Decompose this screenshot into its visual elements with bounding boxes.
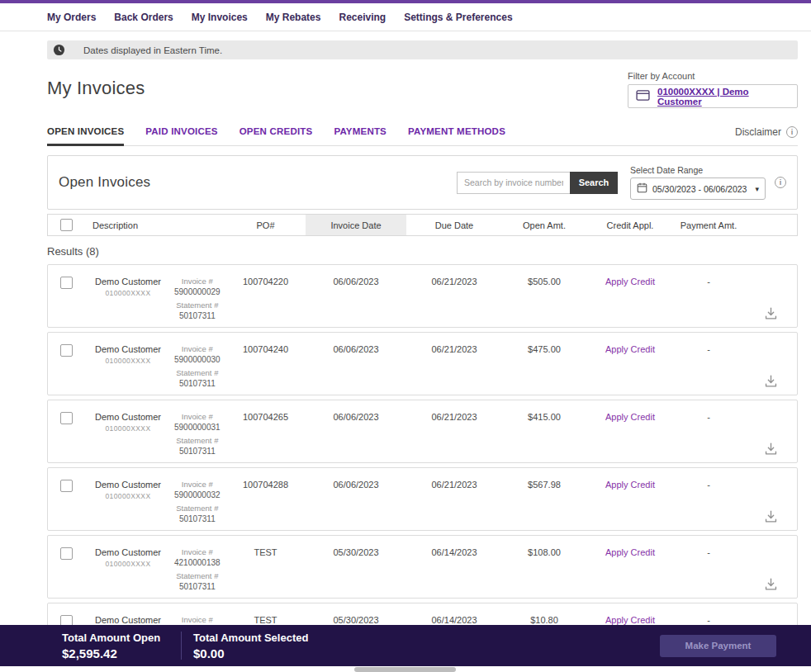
row-checkbox[interactable] [60,277,73,289]
due-date: 06/21/2023 [406,480,502,490]
invoice-number-label: Invoice # [174,277,221,286]
row-checkbox[interactable] [60,412,73,424]
open-amount: $415.00 [502,412,586,422]
po-number: 100704240 [225,344,306,354]
invoice-number: 5900000030 [174,355,221,364]
column-header-due-date[interactable]: Due Date [406,220,502,230]
customer-block: Demo Customer 010000XXXX [85,547,168,595]
disclaimer-info-icon[interactable]: i [786,126,798,138]
invoice-rows: Demo Customer 010000XXXX Invoice # 59000… [47,264,798,666]
po-number: 100704220 [225,277,306,286]
invoice-number: 4210000138 [174,558,221,567]
download-icon[interactable] [763,576,779,592]
payment-amount: - [674,615,743,625]
tab-paid-invoices[interactable]: PAID INVOICES [145,126,217,146]
disclaimer-label: Disclaimer [735,126,781,138]
search-button[interactable]: Search [570,172,618,194]
customer-name: Demo Customer [88,344,168,354]
select-all-checkbox[interactable] [60,219,73,231]
customer-account: 010000XXXX [88,492,168,500]
row-checkbox[interactable] [60,344,73,357]
open-amount: $10.80 [502,615,586,625]
invoice-row: Demo Customer 010000XXXX Invoice # 59000… [47,332,798,395]
nav-item-settings-preferences[interactable]: Settings & Preferences [404,12,512,23]
filter-by-account-label: Filter by Account [628,71,798,81]
open-amount: $567.98 [502,480,586,490]
total-selected-label: Total Amount Selected [193,632,308,644]
chevron-down-icon: ▾ [755,185,759,193]
tab-payment-methods[interactable]: PAYMENT METHODS [408,126,505,146]
tab-payments[interactable]: PAYMENTS [334,126,387,146]
invoice-block: Invoice # 5900000030 Statement # 5010731… [174,344,221,392]
invoice-row: Demo Customer 010000XXXX Invoice # 59000… [47,400,798,463]
invoice-date: 06/06/2023 [306,344,406,354]
open-amount: $475.00 [502,344,586,354]
customer-name: Demo Customer [88,547,168,557]
apply-credit-link[interactable]: Apply Credit [605,547,655,557]
horizontal-scrollbar-thumb[interactable] [354,667,456,672]
row-checkbox[interactable] [60,547,73,560]
row-checkbox-cell [48,412,85,424]
nav-item-back-orders[interactable]: Back Orders [114,12,173,23]
tab-open-invoices[interactable]: OPEN INVOICES [47,126,124,146]
date-range-info-icon[interactable]: i [775,177,786,188]
column-header-open-amt[interactable]: Open Amt. [502,220,586,230]
row-checkbox-cell [48,547,85,560]
description-cell: Demo Customer 010000XXXX Invoice # 42100… [85,547,225,595]
date-range-label: Select Date Range [630,165,766,175]
payment-amount: - [674,344,743,354]
invoice-row: Demo Customer 010000XXXX Invoice # 42100… [47,535,798,599]
column-header-payment-amt[interactable]: Payment Amt. [674,220,743,230]
customer-account: 010000XXXX [88,357,168,365]
download-icon[interactable] [763,305,779,321]
customer-block: Demo Customer 010000XXXX [85,412,168,460]
invoice-number: 5900000031 [174,423,221,432]
invoice-number-label: Invoice # [174,412,221,421]
invoice-block: Invoice # 5900000031 Statement # 5010731… [174,412,221,460]
invoice-number-label: Invoice # [174,480,221,489]
account-link[interactable]: 010000XXXX | Demo Customer [657,87,790,106]
po-number: TEST [225,615,306,625]
invoice-date: 06/06/2023 [306,480,406,490]
column-header-invoice-date[interactable]: Invoice Date [306,215,406,235]
title-row: My Invoices Filter by Account 010000XXXX… [47,71,798,109]
row-checkbox[interactable] [60,480,73,492]
download-icon[interactable] [763,509,779,524]
top-nav: My Orders Back Orders My Invoices My Reb… [0,3,811,31]
nav-item-receiving[interactable]: Receiving [339,12,386,23]
description-cell: Demo Customer 010000XXXX Invoice # 59000… [85,480,225,528]
total-open-label: Total Amount Open [62,632,181,644]
header-checkbox-cell [48,219,85,231]
column-header-credit-appl[interactable]: Credit Appl. [586,220,674,230]
nav-item-my-rebates[interactable]: My Rebates [266,12,321,23]
page-content: Dates displayed in Eastern Time. My Invo… [0,40,798,666]
invoice-date: 05/30/2023 [306,547,406,557]
po-number: 100704288 [225,480,306,490]
download-icon[interactable] [763,441,779,457]
nav-item-my-invoices[interactable]: My Invoices [192,12,248,23]
account-selector[interactable]: 010000XXXX | Demo Customer [628,84,798,108]
tab-open-credits[interactable]: OPEN CREDITS [240,126,313,146]
page-title: My Invoices [47,78,145,99]
apply-credit-link[interactable]: Apply Credit [605,480,655,490]
apply-credit-link[interactable]: Apply Credit [605,615,655,625]
customer-block: Demo Customer 010000XXXX [85,480,168,528]
date-range-control[interactable]: 05/30/2023 - 06/06/2023 ▾ [630,177,766,200]
payment-amount: - [674,277,743,286]
payment-amount: - [674,480,743,490]
download-icon[interactable] [763,373,779,389]
apply-credit-link[interactable]: Apply Credit [605,412,655,422]
due-date: 06/14/2023 [406,615,502,625]
table-header-row: Description PO# Invoice Date Due Date Op… [47,214,798,236]
invoice-date: 06/06/2023 [306,412,406,422]
account-filter: Filter by Account 010000XXXX | Demo Cust… [628,71,798,108]
search-input[interactable] [457,172,570,194]
customer-account: 010000XXXX [88,289,168,297]
column-header-po[interactable]: PO# [225,220,306,230]
apply-credit-link[interactable]: Apply Credit [605,277,655,286]
invoice-tabs: OPEN INVOICES PAID INVOICES OPEN CREDITS… [47,126,798,146]
apply-credit-link[interactable]: Apply Credit [605,344,655,354]
make-payment-button[interactable]: Make Payment [660,635,776,657]
nav-item-my-orders[interactable]: My Orders [47,12,96,23]
column-header-description[interactable]: Description [85,220,225,230]
